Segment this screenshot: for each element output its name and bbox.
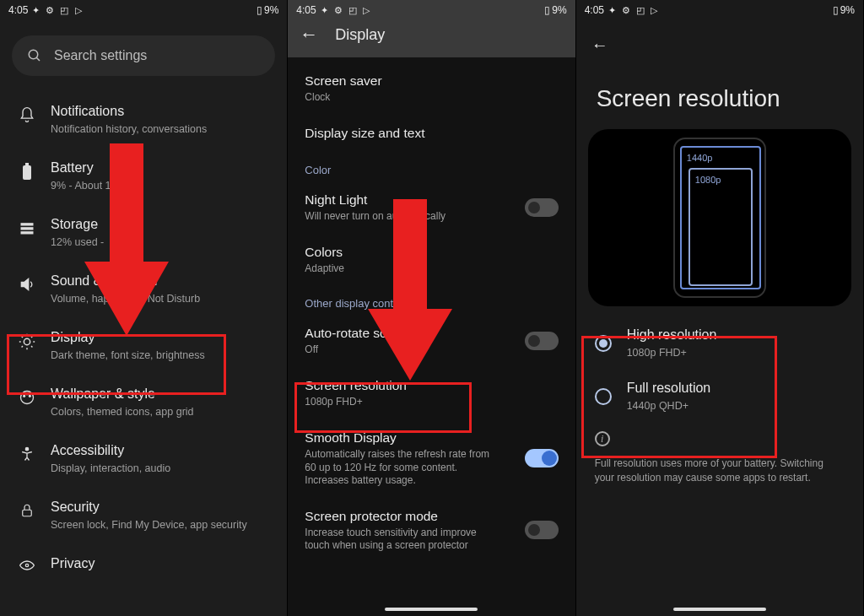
resolution-option-high[interactable]: High resolution 1080p FHD+ bbox=[576, 316, 863, 370]
item-sub: 9% - About 1 hr, bbox=[51, 179, 272, 192]
battery-icon: ▯ bbox=[544, 4, 550, 16]
res-1440-label: 1440p bbox=[687, 153, 713, 163]
svg-rect-6 bbox=[21, 231, 34, 234]
settings-item-display[interactable]: Display Dark theme, font size, brightnes… bbox=[0, 317, 287, 374]
display-item-size-text[interactable]: Display size and text bbox=[288, 115, 575, 152]
eye-icon bbox=[15, 559, 39, 572]
item-label: Security bbox=[51, 499, 272, 516]
battery-text: 9% bbox=[552, 4, 566, 16]
item-sub: Increase touch sensitivity and improve t… bbox=[305, 527, 499, 553]
resolution-info: i bbox=[576, 423, 863, 455]
item-label: Notifications bbox=[51, 103, 272, 121]
smooth-display-toggle[interactable] bbox=[525, 449, 559, 467]
display-item-screensaver[interactable]: Screen saver Clock bbox=[288, 62, 575, 115]
item-label: Battery bbox=[51, 159, 272, 177]
item-label: Colors bbox=[305, 244, 558, 261]
back-button[interactable]: ← bbox=[576, 20, 863, 55]
item-label: Screen protector mode bbox=[305, 508, 499, 525]
item-sub: Display, interaction, audio bbox=[51, 462, 272, 475]
search-icon bbox=[27, 48, 42, 63]
svg-point-11 bbox=[29, 396, 30, 397]
option-sub: 1440p QHD+ bbox=[627, 399, 711, 413]
svg-rect-4 bbox=[21, 223, 34, 225]
lock-icon bbox=[15, 502, 39, 519]
svg-point-12 bbox=[25, 448, 28, 451]
battery-icon: ▯ bbox=[256, 4, 262, 16]
back-button[interactable]: ← bbox=[300, 24, 318, 46]
statusbar: 4:05 ✦ ⚙ ◰ ▷ ▯ 9% bbox=[0, 0, 287, 20]
display-item-nightlight[interactable]: Night Light Will never turn on automatic… bbox=[288, 181, 575, 234]
gesture-nav-indicator[interactable] bbox=[385, 608, 478, 611]
item-sub: Will never turn on automatically bbox=[305, 210, 446, 224]
panel-screen-resolution: 4:05 ✦ ⚙ ◰ ▷ ▯ 9% ← Screen resolution 14… bbox=[576, 0, 864, 616]
svg-rect-5 bbox=[21, 227, 34, 230]
page-title: Display bbox=[335, 26, 385, 44]
svg-rect-3 bbox=[25, 163, 29, 165]
item-label: Auto-rotate screen bbox=[305, 325, 413, 342]
item-sub: Automatically raises the refresh rate fr… bbox=[305, 448, 499, 488]
status-time: 4:05 bbox=[296, 4, 316, 16]
statusbar: 4:05 ✦ ⚙ ◰ ▷ ▯ 9% bbox=[576, 0, 863, 20]
svg-rect-13 bbox=[23, 511, 32, 517]
settings-item-battery[interactable]: Battery 9% - About 1 hr, bbox=[0, 148, 287, 204]
status-icons-left: ✦ ⚙ ◰ ▷ bbox=[608, 5, 659, 16]
info-icon: i bbox=[595, 431, 610, 446]
settings-item-accessibility[interactable]: Accessibility Display, interaction, audi… bbox=[0, 430, 287, 487]
battery-text: 9% bbox=[264, 4, 278, 16]
item-label: Wallpaper & style bbox=[51, 386, 272, 403]
svg-point-9 bbox=[24, 396, 25, 397]
gesture-nav-indicator[interactable] bbox=[673, 608, 766, 611]
resolution-info-text: Full resolution uses more of your batter… bbox=[576, 457, 863, 485]
settings-item-sound[interactable]: Sound & vibration Volume, haptics, Do No… bbox=[0, 261, 287, 317]
svg-line-1 bbox=[36, 57, 40, 61]
item-sub: Screen lock, Find My Device, app securit… bbox=[51, 518, 272, 532]
search-settings-input[interactable]: Search settings bbox=[12, 35, 275, 76]
phone-frame-icon: 1440p 1080p bbox=[673, 138, 766, 298]
section-header-color: Color bbox=[288, 152, 575, 181]
bell-icon bbox=[15, 106, 39, 123]
item-label: Night Light bbox=[305, 192, 446, 208]
item-sub: Adaptive bbox=[305, 262, 558, 276]
res-1080-outline: 1080p bbox=[688, 168, 753, 286]
screen-protector-toggle[interactable] bbox=[525, 521, 559, 539]
resolution-preview: 1440p 1080p bbox=[588, 129, 851, 306]
settings-item-privacy[interactable]: Privacy bbox=[0, 543, 287, 585]
radio-icon bbox=[595, 388, 612, 405]
display-item-autorotate[interactable]: Auto-rotate screen Off bbox=[288, 315, 575, 367]
radio-icon bbox=[595, 335, 612, 352]
battery-icon bbox=[15, 163, 39, 181]
item-label: Accessibility bbox=[51, 442, 272, 460]
settings-item-security[interactable]: Security Screen lock, Find My Device, ap… bbox=[0, 487, 287, 543]
resolution-option-full[interactable]: Full resolution 1440p QHD+ bbox=[576, 370, 863, 423]
settings-item-wallpaper[interactable]: Wallpaper & style Colors, themed icons, … bbox=[0, 374, 287, 430]
item-label: Privacy bbox=[51, 555, 272, 573]
svg-point-10 bbox=[26, 393, 28, 395]
option-sub: 1080p FHD+ bbox=[627, 346, 717, 359]
item-label: Smooth Display bbox=[305, 430, 499, 446]
display-item-colors[interactable]: Colors Adaptive bbox=[288, 234, 575, 286]
display-item-smooth-display[interactable]: Smooth Display Automatically raises the … bbox=[288, 419, 575, 498]
autorotate-toggle[interactable] bbox=[525, 332, 559, 350]
nightlight-toggle[interactable] bbox=[525, 198, 559, 217]
status-time: 4:05 bbox=[585, 4, 604, 16]
item-sub: Notification history, conversations bbox=[51, 122, 272, 136]
panel-settings-root: 4:05 ✦ ⚙ ◰ ▷ ▯ 9% Search settings Notifi… bbox=[0, 0, 288, 616]
accessibility-icon bbox=[15, 446, 39, 462]
item-sub: Dark theme, font size, brightness bbox=[51, 349, 272, 362]
item-label: Storage bbox=[51, 216, 272, 234]
display-item-screen-protector[interactable]: Screen protector mode Increase touch sen… bbox=[288, 498, 575, 563]
res-1080-label: 1080p bbox=[695, 175, 721, 185]
status-icons-left: ✦ ⚙ ◰ ▷ bbox=[321, 5, 371, 16]
volume-icon bbox=[15, 276, 39, 293]
item-sub: 1080p FHD+ bbox=[305, 396, 558, 409]
item-sub: Volume, haptics, Do Not Disturb bbox=[51, 292, 272, 305]
item-sub: Clock bbox=[305, 91, 558, 105]
battery-icon: ▯ bbox=[833, 4, 839, 16]
display-item-screen-resolution[interactable]: Screen resolution 1080p FHD+ bbox=[288, 367, 575, 419]
settings-item-notifications[interactable]: Notifications Notification history, conv… bbox=[0, 91, 287, 148]
settings-item-storage[interactable]: Storage 12% used - bbox=[0, 204, 287, 261]
status-icons-left: ✦ ⚙ ◰ ▷ bbox=[32, 5, 83, 16]
item-sub: Off bbox=[305, 343, 413, 357]
item-label: Display size and text bbox=[305, 125, 558, 142]
item-label: Screen saver bbox=[305, 73, 558, 89]
